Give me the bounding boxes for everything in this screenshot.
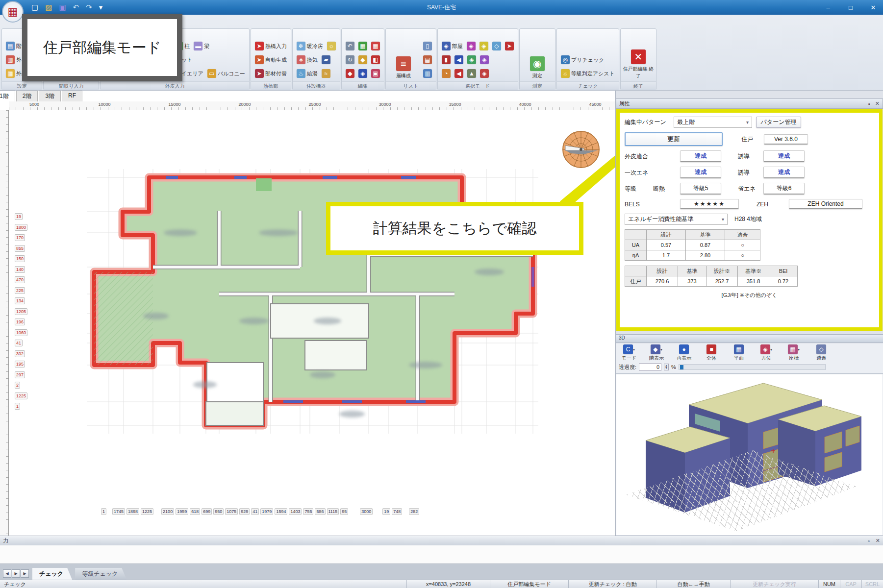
tab-scroll-left-button[interactable]: ◀: [3, 569, 11, 578]
tab-scroll-right-button[interactable]: ▶: [12, 569, 20, 578]
update-button[interactable]: 更新: [625, 132, 723, 146]
diamond-red-icon[interactable]: ◆: [344, 67, 356, 80]
transparency-button[interactable]: ◇透過: [811, 344, 832, 362]
canvas-scroll-strip[interactable]: 力 ▫ ✕: [0, 536, 883, 545]
floor-tab-RF[interactable]: RF: [62, 91, 82, 101]
drawing-area[interactable]: 1918001708551501404702251341205196106041…: [9, 110, 615, 536]
grade-judge-assist-button[interactable]: ☼等級判定アシスト: [559, 67, 617, 80]
sheet-icon[interactable]: ▦: [356, 39, 369, 53]
select-arrow-blue-icon[interactable]: ◀: [453, 53, 465, 67]
select-tree-icon[interactable]: ▲: [465, 67, 478, 80]
pre-check-button-label: プリチェック: [571, 56, 605, 64]
minimize-button[interactable]: –: [821, 4, 835, 11]
maximize-button[interactable]: □: [844, 4, 858, 11]
table-header: 適合: [725, 230, 760, 240]
diamond-blue-icon[interactable]: ◈: [356, 67, 369, 80]
dimension-label: 297: [15, 371, 25, 378]
select-green-icon[interactable]: ◈: [465, 53, 478, 67]
cube-red-icon[interactable]: ◧: [369, 53, 382, 67]
floor-tab-1階[interactable]: 1階: [0, 91, 15, 101]
layer-structure-button[interactable]: ≡層構成: [388, 30, 419, 80]
list-sheet-icon[interactable]: ▥: [421, 67, 434, 80]
plan-canvas[interactable]: 1階2階3階RF 5000100001500020000250003000035…: [0, 91, 615, 536]
select-ceiling-icon[interactable]: ◈: [478, 39, 490, 53]
thermal-bridge-input-button[interactable]: ➤熱橋入力: [253, 39, 289, 53]
opacity-slider[interactable]: [679, 364, 826, 370]
ribbon-group: ➤熱橋入力➤自動生成➤部材付替熱橋部: [251, 28, 291, 90]
hot-water-button[interactable]: ♨給湯: [295, 67, 320, 80]
ventilation-button-label: 換気: [307, 56, 318, 64]
ribbon-group: ↶▦▦↻◆◧◆◈▣編集: [341, 28, 384, 90]
dock-icon[interactable]: ▫: [868, 538, 870, 544]
rotate-icon[interactable]: ↻: [344, 53, 356, 67]
pin-icon[interactable]: ▪: [868, 101, 870, 107]
ribbon-group: ≡層構成▯▤▥リスト: [385, 28, 436, 90]
energy-standard-select[interactable]: エネルギー消費性能基準 ▾: [625, 214, 728, 225]
lighting-icon[interactable]: ☼: [325, 39, 338, 53]
coordinates-button-dropdown-icon[interactable]: ▾: [798, 347, 800, 352]
measure-button[interactable]: ◉測定: [522, 30, 553, 80]
floor-display-button-dropdown-icon[interactable]: ▾: [660, 347, 662, 352]
floor-display-button[interactable]: ◆▾階表示: [646, 344, 667, 362]
select-book-icon[interactable]: ▮: [440, 53, 453, 67]
select-arrow-red-icon[interactable]: ◀: [453, 67, 465, 80]
auto-generate-button[interactable]: ➤自動生成: [253, 53, 289, 67]
bottom-tab-等級チェック[interactable]: 等級チェック: [75, 568, 126, 580]
pattern-manage-button[interactable]: パターン管理: [756, 117, 801, 128]
ua-table: 設計基準適合UA0.570.87○ηA1.72.80○: [625, 229, 760, 261]
tab-scroll-end-button[interactable]: ▶: [21, 569, 29, 578]
result-value-box: 達成: [763, 150, 805, 162]
select-room-button[interactable]: ◈部屋: [440, 39, 465, 53]
select-violet-icon[interactable]: ◈: [478, 53, 491, 67]
pre-check-button[interactable]: ◎プリチェック: [559, 53, 606, 67]
compass-icon: [563, 131, 599, 168]
view3d-viewport[interactable]: [616, 374, 883, 535]
shapes-icon[interactable]: ◆: [356, 53, 369, 67]
mode-button-dropdown-icon[interactable]: ▾: [633, 347, 635, 352]
floor-tab-2階[interactable]: 2階: [16, 91, 38, 101]
ventilation-button[interactable]: ∗換気: [295, 53, 320, 67]
cube-multi-icon[interactable]: ▣: [369, 67, 382, 80]
undo-edit-icon[interactable]: ↶: [344, 39, 356, 53]
pattern-select[interactable]: 最上階 ▾: [674, 117, 752, 128]
attribute-panel-column: 属性 ▪ ✕ 編集中パターン 最上階 ▾ パターン管理 更新 住戸 Ve: [615, 91, 883, 536]
slider-thumb[interactable]: [680, 365, 683, 369]
balcony-button[interactable]: ▭バルコニー: [205, 67, 247, 80]
solar-panel-icon[interactable]: ▰: [320, 53, 332, 67]
opacity-input[interactable]: 0: [639, 363, 661, 371]
dimension-label: 2100: [161, 508, 174, 515]
fit-all-button[interactable]: ■全体: [701, 344, 722, 362]
cogeneration-icon[interactable]: ≈: [320, 67, 332, 80]
orientation-button-icon: ◈: [760, 344, 770, 354]
list-grid-icon[interactable]: ▤: [421, 53, 434, 67]
member-replace-button[interactable]: ➤部材付替: [253, 67, 289, 80]
select-bridge-icon[interactable]: ➤: [503, 39, 516, 53]
grid-red-icon[interactable]: ▦: [369, 39, 382, 53]
list-view-icon[interactable]: ▯: [421, 39, 434, 53]
orientation-button[interactable]: ◈▾方位: [756, 344, 777, 362]
coordinates-button[interactable]: ▦▾座標: [783, 344, 804, 362]
title-bar: ▦ ▢▨▣↶↷▾ SAVE-住宅 – □ ✕: [0, 0, 883, 15]
orientation-button-dropdown-icon[interactable]: ▾: [770, 347, 772, 352]
opacity-stepper[interactable]: ▲▼: [664, 364, 669, 370]
plan-view-button[interactable]: ▦平面: [729, 344, 749, 362]
beam-button[interactable]: ▬梁: [192, 39, 211, 53]
mode-button[interactable]: C▾モード: [619, 344, 639, 362]
select-book-icon: ▮: [442, 55, 451, 64]
strip-close-icon[interactable]: ✕: [876, 538, 880, 544]
dimension-label: 748: [392, 508, 402, 515]
select-red-icon[interactable]: ◈: [478, 67, 491, 80]
exit-unit-edit-button[interactable]: ✕住戸部編集 終了: [623, 30, 654, 80]
floor-tab-3階[interactable]: 3階: [39, 91, 61, 101]
select-wall-icon[interactable]: ◇: [490, 39, 503, 53]
panel-close-icon[interactable]: ✕: [875, 100, 880, 107]
select-roof-icon[interactable]: ◈: [465, 39, 478, 53]
close-button[interactable]: ✕: [866, 4, 880, 11]
heating-cooling-button[interactable]: ❄暖冷房: [295, 39, 325, 53]
select-pie-icon[interactable]: ◔: [440, 67, 453, 80]
bottom-tab-チェック[interactable]: チェック: [32, 568, 72, 580]
cube-red-icon: ◧: [371, 55, 380, 64]
table-header: BEI: [769, 266, 798, 276]
application-menu-button[interactable]: ▦: [2, 1, 24, 23]
redraw-button[interactable]: ●再表示: [674, 344, 694, 362]
